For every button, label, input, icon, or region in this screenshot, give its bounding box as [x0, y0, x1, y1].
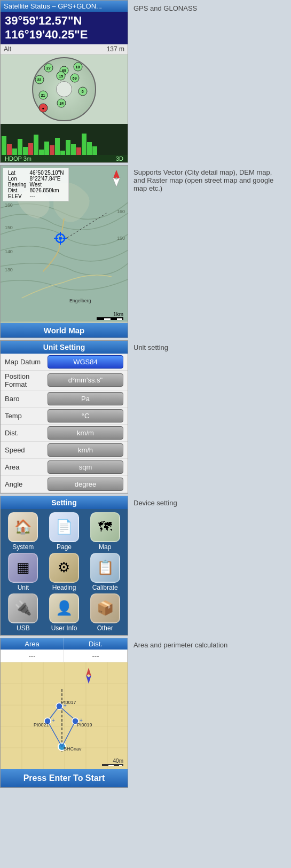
- compass-inner-ring: [56, 81, 72, 97]
- unit-row-temp: Temp°C: [1, 408, 128, 425]
- scale-line: [97, 317, 123, 320]
- unit-row-label: Speed: [5, 446, 48, 454]
- unit-row-label: Area: [5, 463, 48, 471]
- unit-row-value-dist.[interactable]: km/m: [48, 426, 123, 440]
- setting-icon-label-system: System: [12, 543, 34, 551]
- hdop-row: HDOP 3m 3D: [1, 155, 128, 162]
- world-map-label: World Map: [1, 323, 128, 338]
- scale-text: 1km: [113, 311, 123, 317]
- unit-setting-panel: Unit Setting Map DatumWGS84Position Form…: [0, 340, 128, 494]
- setting-icon-img-unit: ▦: [8, 553, 38, 583]
- setting-title: Setting: [1, 496, 128, 509]
- setting-icon-unit[interactable]: ▦Unit: [4, 553, 43, 591]
- north-arrow: [111, 169, 122, 190]
- setting-icon-other[interactable]: 📦Other: [85, 593, 124, 632]
- area-header: Area Dist.: [1, 638, 128, 650]
- satellite-22: 22: [35, 75, 44, 84]
- press-enter-label[interactable]: Press Enter To Start: [1, 769, 128, 787]
- setting-grid: 🏠System📄Page🗺Map▦Unit⚙Heading📋Calibrate🔌…: [1, 509, 128, 635]
- unit-row-dist.: Dist.km/m: [1, 425, 128, 442]
- setting-icon-label-other: Other: [97, 624, 113, 632]
- unit-row-value-area[interactable]: sqm: [48, 460, 123, 474]
- unit-row-label: Angle: [5, 480, 48, 488]
- area-data: ---: [1, 650, 64, 662]
- unit-row-value-position-format[interactable]: d°mm'ss.s": [48, 373, 123, 387]
- panel4-annotation: Device setting: [128, 495, 183, 511]
- satellite-24: 24: [57, 99, 66, 108]
- area-scale-bar: 40m: [102, 758, 123, 766]
- unit-row-value-baro[interactable]: Pa: [48, 392, 123, 405]
- signal-bars: [1, 124, 128, 155]
- satellite-27: 27: [44, 64, 53, 73]
- setting-icon-img-other: 📦: [90, 593, 120, 623]
- satellite-status-panel: Satellite Status – GPS+GLON... 39°59'12.…: [0, 0, 128, 163]
- panel1-annotation: GPS and GLONASS: [128, 0, 202, 17]
- panel1-title: Satellite Status – GPS+GLON...: [1, 1, 128, 12]
- setting-icon-img-system: 🏠: [8, 512, 38, 542]
- svg-text:BHCnav: BHCnav: [64, 746, 82, 752]
- bearing-val: West: [28, 182, 65, 187]
- setting-icon-heading[interactable]: ⚙Heading: [45, 553, 84, 591]
- unit-row-value-temp[interactable]: °C: [48, 409, 123, 423]
- svg-point-10: [59, 237, 62, 240]
- unit-row-value-angle[interactable]: degree: [48, 478, 123, 491]
- setting-icon-system[interactable]: 🏠System: [4, 512, 43, 551]
- setting-icon-img-page: 📄: [49, 512, 79, 542]
- compass-circle: 27 65 18 22 15 69 21 24 6 ●: [32, 57, 96, 121]
- area-calculation-panel: Area Dist. --- ---: [0, 638, 128, 788]
- setting-icon-usb[interactable]: 🔌USB: [4, 593, 43, 632]
- unit-row-value-speed[interactable]: km/h: [48, 443, 123, 457]
- svg-text:+: +: [64, 702, 67, 708]
- map-view: 160 150 140 130 160 150 Engelberg Lat46°…: [1, 166, 128, 323]
- area-map-svg: Pt0017 Pt0021 Pt0019 BHCnav + + +: [1, 662, 128, 769]
- lat-val: 46°50'25.10"N: [28, 170, 65, 176]
- unit-row-label: Baro: [5, 395, 48, 403]
- longitude-display: 116°19'40.25"E: [5, 28, 123, 42]
- unit-setting-title: Unit Setting: [1, 341, 128, 354]
- area-col-header: Area: [1, 638, 64, 650]
- svg-text:+: +: [80, 717, 83, 723]
- setting-icon-page[interactable]: 📄Page: [45, 512, 84, 551]
- satellite-15: 15: [57, 72, 66, 81]
- latitude-display: 39°59'12.57"N: [5, 14, 123, 28]
- dist-val: 8026.850km: [28, 187, 65, 193]
- area-data-row: --- ---: [1, 650, 128, 662]
- satellite-6: 6: [78, 87, 87, 96]
- hdop-value: HDOP 3m: [5, 155, 32, 162]
- lat-label: Lat: [6, 170, 28, 176]
- svg-text:140: 140: [5, 248, 13, 254]
- unit-row-value-map-datum[interactable]: WGS84: [48, 355, 123, 369]
- panel2-annotation: Supports Vector (City detail map), DEM m…: [128, 164, 288, 197]
- setting-icon-label-usb: USB: [17, 624, 30, 632]
- alt-value: 137 m: [107, 45, 124, 53]
- setting-icon-user-info[interactable]: 👤User Info: [45, 593, 84, 632]
- satellite-21: 21: [38, 91, 48, 100]
- elev-label: ELEV: [6, 193, 28, 199]
- satellite-red: ●: [38, 103, 48, 112]
- panel3-annotation: Unit setting: [128, 339, 174, 356]
- setting-icon-label-page: Page: [57, 543, 72, 551]
- unit-row-speed: Speedkm/h: [1, 442, 128, 459]
- svg-text:150: 150: [117, 236, 125, 241]
- unit-row-label: Position Format: [5, 372, 48, 388]
- scale-bar: 1km: [97, 311, 123, 320]
- unit-row-label: Temp: [5, 412, 48, 420]
- compass-view: 27 65 18 22 15 69 21 24 6 ●: [1, 54, 128, 124]
- setting-icon-map[interactable]: 🗺Map: [85, 512, 124, 551]
- svg-text:130: 130: [5, 267, 13, 272]
- dist-label: Dist.: [6, 187, 28, 193]
- position-crosshair: [54, 232, 67, 247]
- bearing-label: Bearing: [6, 182, 28, 187]
- map-info-overlay: Lat46°50'25.10"N Lon8°22'47.84"E Bearing…: [3, 168, 69, 201]
- setting-icon-calibrate[interactable]: 📋Calibrate: [85, 553, 124, 591]
- setting-icon-label-map: Map: [99, 543, 111, 551]
- setting-icon-label-calibrate: Calibrate: [92, 584, 118, 591]
- unit-row-label: Map Datum: [5, 358, 48, 366]
- area-scale-line: [102, 764, 123, 766]
- unit-row-baro: BaroPa: [1, 390, 128, 408]
- svg-text:+: +: [52, 717, 55, 723]
- setting-icon-label-user-info: User Info: [51, 624, 77, 632]
- svg-rect-17: [1, 662, 128, 769]
- area-scale-text: 40m: [113, 758, 123, 764]
- setting-icon-img-usb: 🔌: [8, 593, 38, 623]
